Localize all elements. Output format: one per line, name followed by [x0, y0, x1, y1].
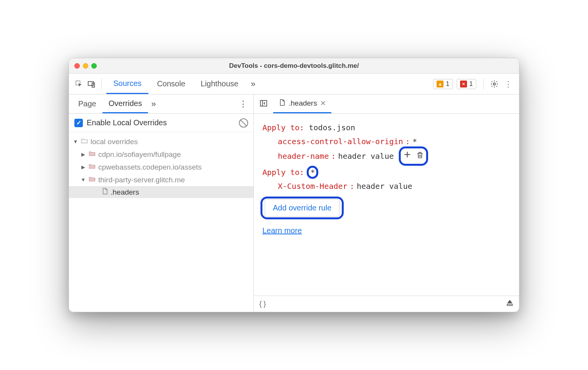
header-value: header value	[338, 149, 394, 163]
folder-icon	[88, 175, 96, 185]
errors-count: 1	[469, 81, 473, 87]
tree-folder-item[interactable]: ▶ cdpn.io/sofiayem/fullpage	[69, 148, 254, 161]
warnings-badge[interactable]: ▲ 1	[433, 79, 453, 89]
panel-body: Page Overrides » ⋮ ✓ Enable Local Overri…	[69, 94, 519, 312]
enable-overrides-label: Enable Local Overrides	[87, 118, 167, 127]
add-rule-highlight: Add override rule	[262, 198, 342, 217]
add-header-icon[interactable]	[403, 151, 416, 161]
devtools-window: DevTools - cors-demo-devtools.glitch.me/…	[69, 58, 519, 312]
header-name: X-Custom-Header	[278, 179, 348, 193]
tree-label: cpwebassets.codepen.io/assets	[98, 163, 202, 172]
chevron-down-icon: ▼	[81, 177, 86, 183]
errors-badge[interactable]: ✕ 1	[457, 79, 476, 89]
tree-folder-root[interactable]: ▼ local overrides	[69, 135, 254, 148]
kebab-menu-icon[interactable]: ⋮	[502, 79, 514, 89]
device-toolbar-icon[interactable]	[86, 79, 97, 89]
subtab-overrides[interactable]: Overrides	[102, 94, 148, 113]
chevron-right-icon: ▶	[81, 164, 86, 170]
settings-gear-icon[interactable]	[488, 80, 501, 88]
header-name: header-name	[278, 149, 329, 163]
more-subtabs-icon[interactable]: »	[148, 99, 159, 109]
apply-to-value: todos.json	[309, 123, 355, 132]
delete-header-icon[interactable]	[416, 151, 424, 161]
navigator-subtabs: Page Overrides » ⋮	[69, 94, 254, 114]
folder-icon	[88, 162, 96, 172]
learn-more-link[interactable]: Learn more	[262, 226, 302, 235]
editor-tab-label: .headers	[289, 99, 317, 108]
override-rule: Apply to: * X-Custom-Header: header valu…	[262, 165, 511, 193]
warning-icon: ▲	[437, 81, 444, 87]
window-title: DevTools - cors-demo-devtools.glitch.me/	[69, 62, 519, 70]
editor-panel: .headers ✕ Apply to: todos.json access-c…	[254, 94, 519, 312]
tree-label: .headers	[111, 188, 139, 197]
file-tree: ▼ local overrides ▶ cdpn.io/sofiayem/ful…	[69, 132, 254, 312]
more-tabs-icon[interactable]: »	[247, 79, 259, 89]
headers-editor: Apply to: todos.json access-control-allo…	[254, 114, 519, 296]
tree-folder-item[interactable]: ▶ cpwebassets.codepen.io/assets	[69, 161, 254, 173]
header-row[interactable]: X-Custom-Header: header value	[262, 179, 511, 193]
enable-overrides-checkbox[interactable]: ✓	[74, 119, 83, 127]
file-icon	[101, 188, 108, 197]
svg-rect-1	[88, 81, 94, 85]
apply-to-key: Apply to	[262, 168, 299, 177]
tab-lighthouse[interactable]: Lighthouse	[194, 74, 245, 94]
warnings-count: 1	[446, 81, 449, 87]
toggle-navigator-icon[interactable]	[257, 99, 270, 109]
tab-sources[interactable]: Sources	[106, 74, 148, 94]
chevron-down-icon: ▼	[73, 139, 78, 145]
file-icon	[279, 99, 286, 108]
close-tab-icon[interactable]: ✕	[320, 99, 326, 108]
error-icon: ✕	[460, 81, 467, 87]
apply-to-value: *	[309, 168, 316, 177]
pretty-print-icon[interactable]: { }	[259, 300, 266, 308]
inspect-element-icon[interactable]	[74, 79, 84, 89]
editor-tabs: .headers ✕	[254, 94, 519, 114]
editor-tab-headers[interactable]: .headers ✕	[273, 94, 331, 113]
tab-console[interactable]: Console	[150, 74, 192, 94]
header-name: access-control-allow-origin	[278, 135, 403, 148]
navigator-kebab-icon[interactable]: ⋮	[236, 99, 250, 109]
enable-overrides-row: ✓ Enable Local Overrides	[69, 114, 254, 132]
apply-to-row[interactable]: Apply to: *	[262, 165, 511, 179]
tree-label: third-party-server.glitch.me	[98, 176, 185, 184]
apply-to-row[interactable]: Apply to: todos.json	[262, 121, 511, 135]
subtab-page[interactable]: Page	[72, 94, 102, 113]
header-value: *	[412, 135, 417, 148]
apply-to-key: Apply to	[262, 123, 299, 132]
tree-label: local overrides	[91, 138, 138, 146]
tree-label: cdpn.io/sofiayem/fullpage	[98, 150, 181, 159]
add-override-rule-button[interactable]: Add override rule	[265, 199, 339, 217]
tree-folder-item[interactable]: ▼ third-party-server.glitch.me	[69, 173, 254, 186]
folder-open-icon	[81, 137, 88, 146]
dock-side-icon[interactable]	[506, 299, 514, 309]
svg-rect-8	[507, 304, 512, 305]
header-row[interactable]: access-control-allow-origin: *	[262, 135, 511, 148]
main-toolbar: Sources Console Lighthouse » ▲ 1 ✕ 1 ⋮	[69, 74, 519, 94]
divider	[483, 78, 484, 90]
override-rule: Apply to: todos.json access-control-allo…	[262, 121, 511, 164]
divider	[101, 78, 102, 90]
titlebar: DevTools - cors-demo-devtools.glitch.me/	[69, 58, 519, 74]
clear-overrides-icon[interactable]	[239, 118, 248, 128]
header-value: header value	[357, 179, 413, 193]
tree-file-item[interactable]: .headers	[69, 186, 254, 198]
editor-statusbar: { }	[254, 296, 519, 312]
header-row[interactable]: header-name: header value	[262, 148, 511, 164]
navigator-panel: Page Overrides » ⋮ ✓ Enable Local Overri…	[69, 94, 254, 312]
chevron-right-icon: ▶	[81, 151, 86, 157]
header-actions-highlight	[401, 148, 426, 164]
folder-icon	[88, 150, 96, 159]
svg-point-3	[493, 83, 496, 85]
